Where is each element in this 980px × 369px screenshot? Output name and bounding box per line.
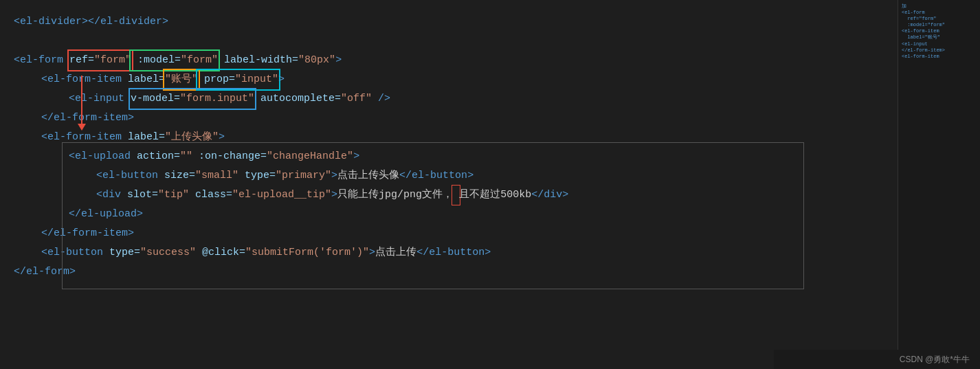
- tag-form-item-upload: <el-form-item: [41, 128, 128, 146]
- btn-text-upload: 点击上传头像: [337, 167, 399, 185]
- code-line-form-item-1: <el-form-item label="账号" prop="input">: [14, 70, 884, 89]
- tag-btn-text-open: >: [331, 167, 337, 185]
- tag-upload-close: </el-upload>: [69, 205, 143, 223]
- attr-prop-value: "input": [235, 74, 278, 85]
- tag-el-input: <el-input: [69, 90, 131, 108]
- attr-labelwidth-name: label-width=: [218, 52, 298, 69]
- attr-submit-type-name: type=: [109, 244, 140, 262]
- highlight-prop: prop="input": [198, 71, 278, 89]
- highlight-ref: ref="form": [69, 52, 131, 69]
- red-arrow-indicator: [81, 76, 82, 131]
- highlight-model: :model="form": [131, 52, 218, 69]
- attr-slot-name: slot=: [127, 186, 158, 204]
- tag-el-button-close: </el-button>: [399, 167, 474, 185]
- tag-form-close: </el-form>: [14, 263, 76, 281]
- attr-type-name: type=: [238, 167, 276, 185]
- attr-size-value: "small": [195, 167, 238, 185]
- attr-action-value: "": [180, 148, 192, 166]
- sidebar-minimap: 加 <el-form ref="form" :model="form" <el-…: [898, 0, 980, 137]
- arrow-line: [81, 76, 82, 124]
- tag-close-bracket: >: [335, 52, 342, 69]
- attr-autocomplete-name: autocomplete=: [254, 90, 341, 108]
- arrow-head: [78, 124, 86, 131]
- attr-size-name: size=: [164, 167, 195, 185]
- attr-vmodel-value: "form.input": [180, 93, 254, 104]
- code-line-1: <el-divider></el-divider>: [14, 12, 884, 32]
- tag-el-upload: <el-upload: [69, 148, 137, 166]
- tag-self-close: />: [372, 90, 390, 108]
- attr-ref-value: "form": [94, 54, 131, 66]
- code-block: <el-divider></el-divider> <el-form ref="…: [0, 7, 898, 287]
- code-editor: <el-divider></el-divider> <el-form ref="…: [0, 0, 898, 369]
- attr-class-name: class=: [189, 186, 232, 204]
- tip-text-1: 只能上传jpg/png文件，: [337, 186, 453, 204]
- watermark-text: CSDN @勇敢*牛牛: [900, 354, 970, 366]
- tag-form-item-close-2: </el-form-item>: [41, 225, 134, 243]
- attr-click-name: @click=: [196, 244, 245, 262]
- tag-div-tip: <div: [96, 186, 127, 204]
- attr-model-name: :model=: [131, 54, 181, 66]
- tag-form-item-close: </el-form-item>: [41, 109, 134, 127]
- attr-onchange-name: :on-change=: [192, 148, 267, 166]
- code-line-el-button-upload: <el-button size="small" type="primary">点…: [14, 166, 884, 186]
- attr-upload-label-name: label=: [128, 128, 165, 146]
- submit-btn-text: 点击上传: [375, 244, 416, 262]
- attr-class-value: "el-upload__tip": [232, 186, 331, 204]
- tag-submit-close: </el-button>: [416, 244, 491, 262]
- attr-ref-name: ref=: [69, 54, 94, 66]
- minimap-content: 加 <el-form ref="form" :model="form" <el-…: [902, 3, 977, 60]
- tag-el-divider: <el-divider></el-divider>: [14, 13, 168, 31]
- attr-autocomplete-value: "off": [341, 90, 372, 108]
- tag-div-open-end: >: [331, 186, 337, 204]
- tag-div-close: </div>: [531, 186, 568, 204]
- attr-action-name: action=: [137, 148, 180, 166]
- attr-click-value: "submitForm('form')": [245, 244, 369, 262]
- attr-vmodel-name: v-model=: [131, 93, 180, 104]
- right-sidebar: 加 <el-form ref="form" :model="form" <el-…: [898, 0, 980, 369]
- attr-model-value: "form": [181, 54, 218, 66]
- bottom-bar: CSDN @勇敢*牛牛: [774, 350, 980, 369]
- tag-form-item-end: >: [278, 71, 285, 89]
- highlight-comma: [453, 186, 459, 204]
- attr-submit-type-value: "success": [140, 244, 196, 262]
- main-container: <el-divider></el-divider> <el-form ref="…: [0, 0, 980, 369]
- tip-text-2: 且不超过500kb: [459, 186, 531, 204]
- tag-upload-end: >: [219, 128, 225, 146]
- attr-onchange-value: "changeHandle": [267, 148, 353, 166]
- code-line-form-item-close-1: </el-form-item>: [14, 109, 884, 128]
- attr-slot-value: "tip": [158, 186, 189, 204]
- tag-el-form: <el-form: [14, 52, 69, 69]
- attr-prop-name: prop=: [198, 74, 235, 85]
- attr-label-value: "账号": [165, 74, 198, 85]
- attr-upload-label-value: "上传头像": [165, 128, 219, 146]
- code-line-empty: [14, 32, 884, 51]
- attr-type-value: "primary": [276, 167, 331, 185]
- highlight-vmodel: v-model="form.input": [131, 90, 254, 108]
- attr-label-name: label=: [128, 71, 165, 89]
- tag-el-button-upload: <el-button: [96, 167, 164, 185]
- tag-upload-open-end: >: [353, 148, 359, 166]
- tag-submit-btn: <el-button: [41, 244, 109, 262]
- attr-labelwidth-value: "80px": [298, 52, 335, 69]
- code-line-form-item-2: <el-form-item label="上传头像">: [14, 128, 884, 147]
- code-line-el-upload: <el-upload action="" :on-change="changeH…: [14, 147, 884, 166]
- code-line-el-input: <el-input v-model="form.input" autocompl…: [14, 89, 884, 109]
- code-line-div-tip: <div slot="tip" class="el-upload__tip">只…: [14, 186, 884, 205]
- tag-form-item: <el-form-item: [41, 71, 128, 89]
- code-line-form-item-close-2: </el-form-item>: [14, 224, 884, 243]
- code-line-form-open: <el-form ref="form" :model="form" label-…: [14, 51, 884, 70]
- highlight-label: "账号": [165, 71, 198, 89]
- code-line-form-close: </el-form>: [14, 262, 884, 282]
- code-line-upload-close: </el-upload>: [14, 205, 884, 224]
- code-line-submit-button: <el-button type="success" @click="submit…: [14, 243, 884, 262]
- tag-submit-open: >: [369, 244, 375, 262]
